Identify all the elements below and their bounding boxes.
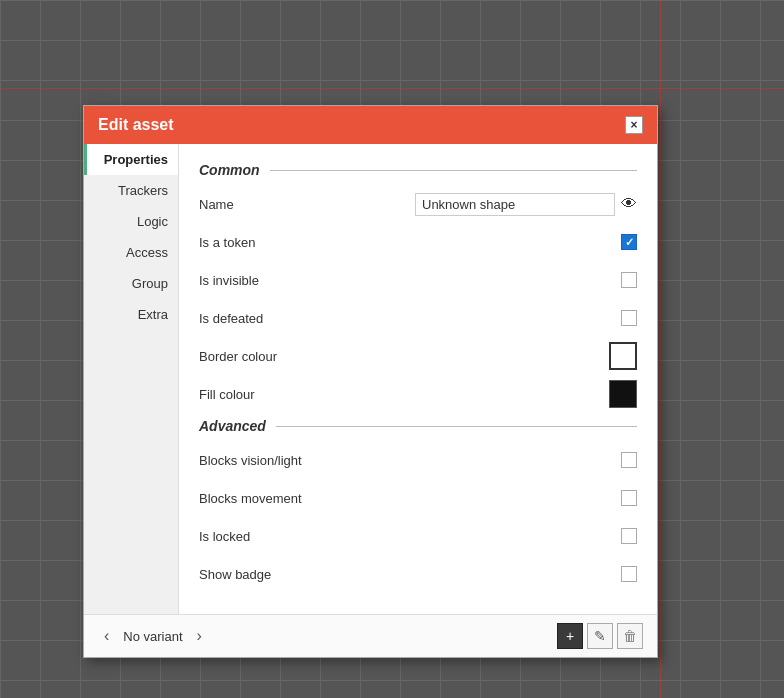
name-label: Name — [199, 197, 339, 212]
blocks-movement-row: Blocks movement — [199, 484, 637, 512]
sidebar-item-properties[interactable]: Properties — [84, 144, 178, 175]
edit-icon: ✎ — [594, 628, 606, 644]
is-defeated-control — [339, 310, 637, 326]
is-locked-label: Is locked — [199, 529, 339, 544]
blocks-vision-control — [339, 452, 637, 468]
sidebar-item-extra[interactable]: Extra — [84, 299, 178, 330]
red-line-horizontal-1 — [0, 88, 784, 89]
common-section-header: Common — [199, 162, 637, 178]
fill-colour-label: Fill colour — [199, 387, 339, 402]
is-defeated-label: Is defeated — [199, 311, 339, 326]
advanced-section-header: Advanced — [199, 418, 637, 434]
advanced-section-line — [276, 426, 637, 427]
advanced-section-title: Advanced — [199, 418, 266, 434]
footer-actions: + ✎ 🗑 — [557, 623, 643, 649]
name-row: Name 👁 — [199, 190, 637, 218]
border-colour-picker[interactable] — [609, 342, 637, 370]
border-colour-label: Border colour — [199, 349, 339, 364]
close-button[interactable]: × — [625, 116, 643, 134]
blocks-vision-row: Blocks vision/light — [199, 446, 637, 474]
edit-variant-button[interactable]: ✎ — [587, 623, 613, 649]
is-invisible-label: Is invisible — [199, 273, 339, 288]
variant-label: No variant — [123, 629, 182, 644]
trash-icon: 🗑 — [623, 628, 637, 644]
border-colour-row: Border colour — [199, 342, 637, 370]
is-invisible-row: Is invisible — [199, 266, 637, 294]
is-locked-checkbox[interactable] — [621, 528, 637, 544]
sidebar-item-logic[interactable]: Logic — [84, 206, 178, 237]
fill-colour-picker[interactable] — [609, 380, 637, 408]
common-section-line — [270, 170, 637, 171]
is-token-checkbox[interactable] — [621, 234, 637, 250]
next-variant-button[interactable]: › — [191, 625, 208, 647]
sidebar-item-access[interactable]: Access — [84, 237, 178, 268]
is-locked-control — [339, 528, 637, 544]
is-invisible-checkbox[interactable] — [621, 272, 637, 288]
name-input[interactable] — [415, 193, 615, 216]
is-token-row: Is a token — [199, 228, 637, 256]
is-locked-row: Is locked — [199, 522, 637, 550]
blocks-movement-label: Blocks movement — [199, 491, 339, 506]
edit-asset-modal: Edit asset × Properties Trackers Logic A… — [83, 105, 658, 658]
modal-header: Edit asset × — [84, 106, 657, 144]
show-badge-checkbox[interactable] — [621, 566, 637, 582]
eye-button[interactable]: 👁 — [621, 195, 637, 213]
eye-icon: 👁 — [621, 195, 637, 212]
delete-variant-button[interactable]: 🗑 — [617, 623, 643, 649]
modal-body: Properties Trackers Logic Access Group E… — [84, 144, 657, 614]
main-content: Common Name 👁 Is a token — [179, 144, 657, 614]
fill-colour-control — [339, 380, 637, 408]
sidebar-item-group[interactable]: Group — [84, 268, 178, 299]
is-token-control — [339, 234, 637, 250]
blocks-vision-checkbox[interactable] — [621, 452, 637, 468]
modal-title: Edit asset — [98, 116, 174, 134]
blocks-vision-label: Blocks vision/light — [199, 453, 339, 468]
is-token-label: Is a token — [199, 235, 339, 250]
is-defeated-row: Is defeated — [199, 304, 637, 332]
red-line-vertical-1 — [660, 0, 661, 698]
variant-nav: ‹ No variant › — [98, 625, 208, 647]
is-invisible-control — [339, 272, 637, 288]
show-badge-row: Show badge — [199, 560, 637, 588]
modal-footer: ‹ No variant › + ✎ 🗑 — [84, 614, 657, 657]
common-section-title: Common — [199, 162, 260, 178]
prev-variant-button[interactable]: ‹ — [98, 625, 115, 647]
border-colour-control — [339, 342, 637, 370]
is-defeated-checkbox[interactable] — [621, 310, 637, 326]
show-badge-control — [339, 566, 637, 582]
fill-colour-row: Fill colour — [199, 380, 637, 408]
name-control: 👁 — [339, 193, 637, 216]
sidebar: Properties Trackers Logic Access Group E… — [84, 144, 179, 614]
show-badge-label: Show badge — [199, 567, 339, 582]
blocks-movement-control — [339, 490, 637, 506]
add-variant-button[interactable]: + — [557, 623, 583, 649]
sidebar-item-trackers[interactable]: Trackers — [84, 175, 178, 206]
blocks-movement-checkbox[interactable] — [621, 490, 637, 506]
